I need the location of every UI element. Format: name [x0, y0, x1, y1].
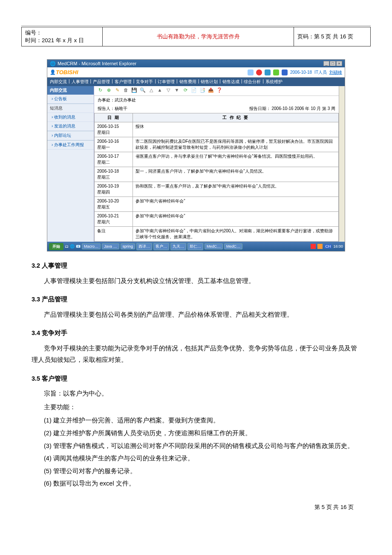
windows-taskbar: 开始 🗂 🌐 📧 Macro… Java … spring 西详… 客户… 九天…	[47, 242, 345, 251]
stop-icon[interactable]	[256, 69, 262, 75]
sidebar: 内部交流 › 公告板 短消息 › 收到的消息 › 发送的消息 › 内部论坛 › …	[47, 86, 94, 242]
menu-item[interactable]: 订单管理	[158, 79, 175, 85]
quicklaunch-icon[interactable]: 🗂	[65, 244, 69, 249]
list-item: (4) 调阅其他模块产生的客户与公司的业务往来记录。	[44, 453, 360, 465]
list-item: (5) 管理公司对客户的服务记录。	[44, 465, 360, 477]
page-footer: 第 5 页 共 16 页	[21, 491, 371, 511]
minimize-icon[interactable]: _	[323, 61, 329, 66]
scrollbar[interactable]	[339, 86, 345, 242]
report-meta-office: 办事处： 武汉办事处	[94, 96, 339, 104]
search-icon[interactable]: 🔍	[139, 87, 146, 94]
refresh-icon[interactable]: ↻	[97, 87, 104, 94]
task-button[interactable]: 西详…	[136, 243, 152, 250]
monitor-icon[interactable]	[248, 69, 254, 75]
office-value: 武汉办事处	[115, 97, 136, 103]
task-button[interactable]: 客户…	[153, 243, 169, 250]
brand-user: 刘硕峰	[329, 69, 342, 75]
section-3-5-title: 3.5 客户管理	[32, 373, 360, 385]
tray-clock: 16:00	[333, 244, 343, 249]
header-page: 页码：第 5 页 共 16 页	[294, 27, 371, 46]
prev-icon[interactable]: ▲	[156, 87, 163, 94]
last-icon[interactable]: ▼	[173, 87, 180, 94]
section-3-4-title: 3.4 竞争对手	[32, 327, 360, 339]
menu-item[interactable]: 产品管理	[93, 79, 110, 85]
menu-item[interactable]: 综合分析	[244, 79, 261, 85]
delete-icon[interactable]: 🗑	[122, 87, 129, 94]
list-item: (6) 数据可以导出为 excel 文件。	[44, 478, 360, 490]
menu-item[interactable]: 销售计划	[201, 79, 218, 85]
first-icon[interactable]: △	[148, 87, 155, 94]
maximize-icon[interactable]: □	[330, 61, 336, 66]
sidebar-item-bulletin[interactable]: › 公告板	[47, 95, 94, 104]
start-button[interactable]: 开始	[49, 243, 63, 250]
save-icon[interactable]: 💾	[131, 87, 138, 94]
header-rule	[21, 26, 371, 26]
doc-icon[interactable]: 📄	[190, 87, 197, 94]
header-motto: 书山有路勤为径，学海无涯苦作舟	[103, 27, 294, 46]
col-summary: 工 作 纪 要	[133, 113, 339, 122]
next-icon[interactable]: ▽	[165, 87, 172, 94]
task-button[interactable]: MedC…	[205, 243, 223, 249]
header-table: 编号： 时间：2021 年 x 月 x 日 书山有路勤为径，学海无涯苦作舟 页码…	[21, 27, 371, 46]
menu-item[interactable]: 客户管理	[115, 79, 132, 85]
reporter-value: 杨唯千	[115, 106, 127, 112]
section-3-3-title: 3.3 产品管理	[32, 294, 360, 306]
clock-icon[interactable]	[273, 69, 279, 75]
help-icon[interactable]: ❓	[216, 87, 223, 94]
menu-item[interactable]: 内部交流	[50, 79, 67, 85]
menu-item[interactable]: 系统维护	[265, 79, 282, 85]
list-item: (1) 建立并维护一份完善、适用的客户档案。要做到方便查阅。	[44, 415, 360, 427]
list-item: (3) 管理客户销售模式，可以追溯公司对客户不同阶段采用的不同的销售模式及公司给…	[44, 440, 360, 452]
user-icon[interactable]	[282, 69, 288, 75]
tray-ime[interactable]: CH	[324, 244, 331, 249]
section-3-2-title: 3.2 人事管理	[32, 260, 360, 272]
main-menubar: 内部交流| 人事管理| 产品管理| 客户管理| 竞争对手| 订单管理| 销售费用…	[47, 78, 345, 86]
task-button[interactable]: 九天…	[170, 243, 186, 250]
docs-icon[interactable]: 📑	[199, 87, 206, 94]
toolbar: ↻ ⊕ ✎ 🗑 💾 🔍 △ ▲ ▽ ▼ ⟳ 📄 📑 📤 ❓	[94, 86, 339, 96]
tray-icon[interactable]	[311, 244, 316, 249]
section-3-3-body: 产品管理模块主要包括公司各类别的产品管理、产品价格体系管理、产品相关文档管理。	[32, 309, 360, 321]
menu-item[interactable]: 销售费用	[179, 79, 196, 85]
office-label: 办事处：	[98, 97, 115, 103]
menu-item[interactable]: 竞争对手	[136, 79, 153, 85]
task-button[interactable]: spring	[121, 243, 135, 249]
task-button[interactable]: 郑仁…	[187, 243, 203, 250]
app-icon: 🌐	[50, 61, 56, 66]
close-icon[interactable]: ×	[336, 61, 342, 66]
quicklaunch-icon[interactable]: 🌐	[70, 244, 75, 249]
window-titlebar: 🌐 MedCRM - Microsoft Internet Explorer _…	[47, 60, 345, 67]
sidebar-item-inbox[interactable]: › 收到的消息	[47, 113, 94, 122]
reload-icon[interactable]: ⟳	[182, 87, 189, 94]
sidebar-item-forum[interactable]: › 内部论坛	[47, 131, 94, 140]
sidebar-item-weekly[interactable]: › 办事处工作周报	[47, 141, 94, 150]
task-button[interactable]: Java …	[102, 243, 119, 249]
task-button[interactable]: Macro…	[82, 243, 101, 249]
mail-icon[interactable]	[265, 69, 271, 75]
tray-icon[interactable]	[317, 244, 323, 249]
table-row: 2006-10-17星期二省医重点客户拜访，并与李承晏主任了解“中南六省神经科年…	[95, 152, 339, 167]
task-button[interactable]: MedC…	[224, 243, 242, 249]
table-row: 2006-10-21星期六参加“中南六省神经科年会”	[95, 212, 339, 227]
doc-number: 编号：	[25, 29, 99, 37]
brand-bar: 👤 TOBISHI 2006-10-18 IT人员 刘硕峰	[47, 67, 345, 78]
sidebar-item-sent[interactable]: › 发送的消息	[47, 122, 94, 131]
menu-item[interactable]: 人事管理	[72, 79, 89, 85]
sidebar-item-sms: 短消息	[47, 104, 94, 113]
export-icon[interactable]: 📤	[208, 87, 214, 94]
table-row: 2006-10-19星期四协和医院，市一重点客户拜访，及了解参加“中南六省神经科…	[95, 182, 339, 197]
window-title: MedCRM - Microsoft Internet Explorer	[58, 61, 136, 66]
report-date-value: 2006-10-16 2006 年 10 月 第 3 周	[271, 106, 335, 111]
reporter-label: 报告人：	[98, 106, 115, 112]
table-row: 2006-10-18星期三梨一，同济重点客户拜访，了解参加“中南六省神经科年会”…	[95, 167, 339, 182]
quicklaunch-icon[interactable]: 📧	[76, 244, 81, 249]
table-row: 2006-10-15星期日报休	[95, 122, 339, 137]
edit-icon[interactable]: ✎	[114, 87, 121, 94]
menu-item[interactable]: 销售达成	[222, 79, 239, 85]
table-row: 2006-10-16星期一市二医院因控制药费比及DF在医院已不是医保用药等原因，…	[95, 137, 339, 152]
doc-time: 时间：2021 年 x 月 x 日	[25, 37, 99, 44]
add-icon[interactable]: ⊕	[105, 87, 112, 94]
section-3-5-line2: 主要功能：	[32, 402, 360, 413]
brand-logo: TOBISHI	[56, 69, 78, 75]
section-3-2-body: 人事管理模块主要包括部门及分支机构设立情况管理、员工基本信息管理。	[32, 275, 360, 287]
